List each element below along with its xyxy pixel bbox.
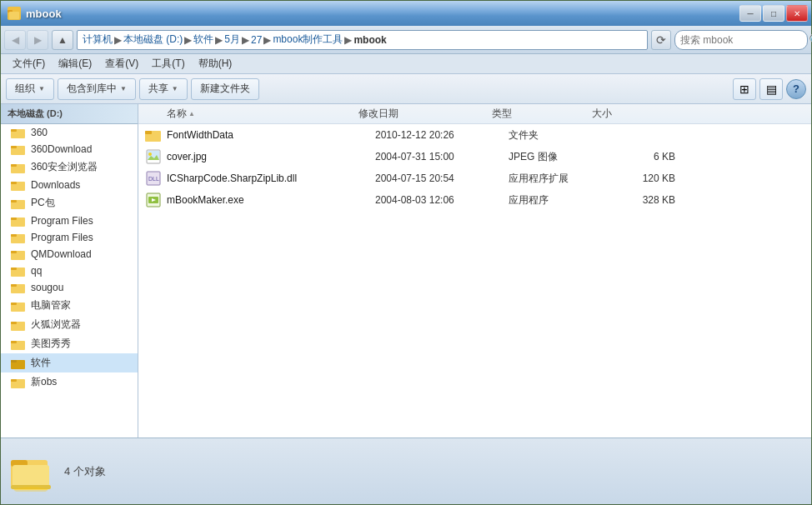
- col-header-date[interactable]: 修改日期: [358, 107, 492, 121]
- file-icon-exe: [145, 192, 162, 208]
- svg-rect-14: [11, 218, 17, 220]
- preview-button[interactable]: ▤: [759, 78, 783, 100]
- back-button[interactable]: ◀: [4, 30, 26, 50]
- breadcrumb-mbook-tool[interactable]: mbook制作工具: [273, 32, 343, 47]
- share-button[interactable]: 共享 ▼: [139, 78, 188, 100]
- col-header-type[interactable]: 类型: [492, 107, 592, 121]
- refresh-button[interactable]: ⟳: [651, 30, 671, 50]
- svg-text:DLL: DLL: [148, 176, 159, 182]
- search-input[interactable]: [680, 34, 805, 46]
- content-header: 名称 ▲ 修改日期 类型 大小: [138, 104, 811, 124]
- sidebar-item-label: 新obs: [31, 375, 57, 389]
- statusbar: 4 个对象: [1, 438, 811, 504]
- organize-button[interactable]: 组织 ▼: [6, 78, 54, 100]
- breadcrumb-bar[interactable]: 计算机 ▶ 本地磁盘 (D:) ▶ 软件 ▶ 5月 ▶ 27 ▶ mbook制作…: [77, 30, 648, 50]
- svg-rect-18: [11, 251, 17, 253]
- sidebar-item-label: 360安全浏览器: [31, 160, 98, 174]
- file-date: 2004-07-15 20:54: [375, 172, 509, 184]
- sidebar-item-label: qq: [31, 265, 42, 277]
- svg-rect-22: [11, 284, 17, 287]
- folder-icon: [11, 265, 26, 277]
- folder-icon: [11, 127, 26, 138]
- file-type: 应用程序扩展: [509, 172, 609, 186]
- titlebar: mbook ─ □ ✕: [1, 1, 811, 26]
- file-size: 120 KB: [609, 172, 675, 184]
- table-row[interactable]: cover.jpg 2004-07-31 15:00 JPEG 图像 6 KB: [138, 146, 811, 168]
- menu-tools[interactable]: 工具(T): [145, 55, 191, 72]
- sidebar-item-label: Program Files: [31, 215, 93, 227]
- table-row[interactable]: FontWidthData 2010-12-12 20:26 文件夹: [138, 124, 811, 146]
- sidebar-item-pc[interactable]: PC包: [1, 193, 138, 212]
- sidebar-item-newobs[interactable]: 新obs: [1, 372, 138, 392]
- table-row[interactable]: DLL ICSharpCode.SharpZipLib.dll 2004-07-…: [138, 168, 811, 189]
- col-header-name[interactable]: 名称 ▲: [145, 107, 358, 121]
- sidebar-item-software[interactable]: 软件: [1, 353, 138, 372]
- breadcrumb-mbook[interactable]: mbook: [353, 34, 386, 46]
- close-button[interactable]: ✕: [786, 5, 808, 22]
- sidebar-item-360browser[interactable]: 360安全浏览器: [1, 158, 138, 177]
- help-button[interactable]: ?: [786, 79, 806, 99]
- file-name: FontWidthData: [167, 129, 375, 141]
- sidebar-item-qmdownload[interactable]: QMDownload: [1, 246, 138, 262]
- share-dropdown-arrow: ▼: [172, 85, 178, 92]
- folder-icon: [11, 358, 26, 369]
- sidebar-item-firefox[interactable]: 火狐浏览器: [1, 315, 138, 334]
- sidebar-item-programfiles2[interactable]: Program Files: [1, 229, 138, 246]
- sidebar-item-label: sougou: [31, 282, 63, 293]
- menu-file[interactable]: 文件(F): [6, 55, 52, 72]
- restore-button[interactable]: □: [763, 5, 784, 22]
- organize-dropdown-arrow: ▼: [38, 85, 45, 92]
- sidebar-item-pcmanager[interactable]: 电脑管家: [1, 296, 138, 315]
- breadcrumb-drive[interactable]: 本地磁盘 (D:): [123, 32, 183, 47]
- file-icon-folder: [145, 127, 162, 143]
- breadcrumb-27[interactable]: 27: [251, 34, 262, 46]
- content-area: 名称 ▲ 修改日期 类型 大小: [138, 104, 811, 438]
- forward-button[interactable]: ▶: [27, 30, 48, 50]
- include-button[interactable]: 包含到库中 ▼: [58, 78, 136, 100]
- sidebar-item-360download[interactable]: 360Download: [1, 141, 138, 158]
- folder-icon: [11, 248, 26, 260]
- svg-rect-8: [11, 164, 17, 167]
- col-header-size[interactable]: 大小: [592, 107, 659, 121]
- svg-rect-6: [11, 146, 17, 148]
- col-type-label: 类型: [492, 107, 512, 121]
- sidebar-item-meitu[interactable]: 美图秀秀: [1, 334, 138, 353]
- menu-help[interactable]: 帮助(H): [192, 55, 239, 72]
- breadcrumb-5month[interactable]: 5月: [224, 32, 240, 47]
- folder-icon: [11, 162, 26, 173]
- sidebar-item-downloads[interactable]: Downloads: [1, 177, 138, 193]
- menu-view[interactable]: 查看(V): [98, 55, 145, 72]
- minimize-button[interactable]: ─: [739, 5, 761, 22]
- svg-rect-26: [11, 322, 17, 324]
- sidebar-item-label: 软件: [31, 356, 51, 370]
- view-options-button[interactable]: ⊞: [733, 78, 756, 100]
- up-button[interactable]: ▲: [52, 30, 73, 50]
- table-row[interactable]: mBookMaker.exe 2004-08-03 12:06 应用程序 328…: [138, 189, 811, 211]
- sidebar-item-sougou[interactable]: sougou: [1, 279, 138, 296]
- new-folder-button[interactable]: 新建文件夹: [191, 78, 259, 100]
- sidebar-item-label: 360Download: [31, 143, 92, 155]
- sidebar-item-label: 电脑管家: [31, 298, 71, 312]
- folder-icon: [11, 319, 26, 331]
- folder-icon: [11, 282, 26, 293]
- search-button[interactable]: 🔍: [809, 32, 812, 48]
- include-dropdown-arrow: ▼: [120, 85, 127, 92]
- svg-rect-28: [11, 341, 17, 343]
- sidebar-item-label: 火狐浏览器: [31, 318, 81, 332]
- file-date: 2004-07-31 15:00: [375, 151, 509, 162]
- svg-rect-30: [11, 360, 17, 362]
- breadcrumb-software[interactable]: 软件: [193, 32, 213, 47]
- menu-edit[interactable]: 编辑(E): [52, 55, 98, 72]
- breadcrumb-computer[interactable]: 计算机: [83, 32, 113, 47]
- sidebar-item-label: 360: [31, 127, 48, 138]
- new-folder-label: 新建文件夹: [200, 82, 250, 96]
- main-area: 本地磁盘 (D:) 360 360Download 360安全浏览器: [1, 104, 811, 438]
- folder-icon: [11, 198, 26, 209]
- sidebar-item-360[interactable]: 360: [1, 124, 138, 141]
- sidebar-item-label: PC包: [31, 196, 55, 210]
- sidebar-item-programfiles[interactable]: Program Files: [1, 212, 138, 229]
- file-list: FontWidthData 2010-12-12 20:26 文件夹: [138, 124, 811, 438]
- svg-rect-10: [11, 182, 17, 184]
- sidebar-item-qq[interactable]: qq: [1, 262, 138, 279]
- sort-arrow-name: ▲: [188, 110, 195, 118]
